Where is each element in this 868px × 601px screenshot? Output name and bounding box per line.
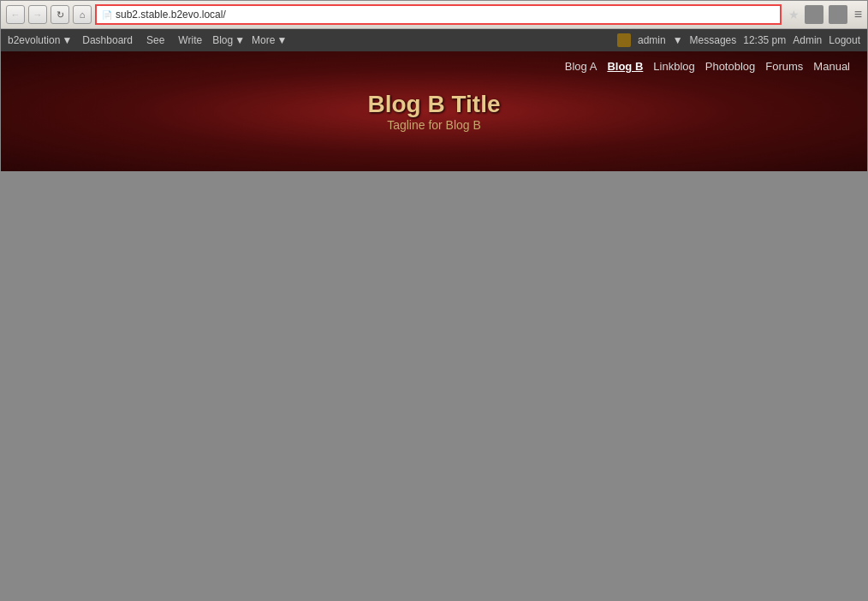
bookmark-star[interactable]: ★ — [788, 8, 800, 21]
blog-nav-top: Blog A Blog B Linkblog Photoblog Forums … — [565, 60, 850, 73]
blog-dropdown[interactable]: Blog ▼ — [212, 34, 245, 46]
ext-btn-1[interactable] — [805, 5, 823, 24]
browser-window-1: ← → ↻ ⌂ 📄 sub2.stable.b2evo.local/ ★ ≡ b… — [0, 0, 868, 172]
home-button[interactable]: ⌂ — [73, 5, 92, 24]
browser1-toolbar: ← → ↻ ⌂ 📄 sub2.stable.b2evo.local/ ★ ≡ — [1, 1, 867, 29]
admin-icon — [617, 33, 631, 47]
blog-nav-blogb[interactable]: Blog B — [607, 60, 643, 73]
forward-button[interactable]: → — [28, 5, 47, 24]
nav-see[interactable]: See — [143, 33, 168, 48]
admin-user[interactable]: admin — [638, 34, 666, 46]
more-dropdown[interactable]: More ▼ — [252, 34, 287, 46]
nav-dashboard[interactable]: Dashboard — [79, 33, 136, 48]
messages-link[interactable]: Messages — [690, 34, 737, 46]
admin-link[interactable]: Admin — [793, 34, 822, 46]
nav-right: admin ▼ Messages 12:35 pm Admin Logout — [617, 33, 860, 47]
logout-link[interactable]: Logout — [829, 34, 860, 46]
blog-banner: Blog A Blog B Linkblog Photoblog Forums … — [1, 51, 867, 171]
nav-write[interactable]: Write — [175, 33, 205, 48]
blog-tagline: Tagline for Blog B — [387, 118, 481, 132]
time-display: 12:35 pm — [743, 34, 786, 46]
blog-nav-bloga[interactable]: Blog A — [565, 60, 597, 73]
reload-button[interactable]: ↻ — [51, 5, 69, 24]
page-icon: 📄 — [102, 10, 112, 20]
address-text: sub2.stable.b2evo.local/ — [116, 9, 775, 21]
blog-title: Blog B Title — [367, 91, 500, 118]
address-bar[interactable]: 📄 sub2.stable.b2evo.local/ — [95, 4, 782, 25]
browser1-nav: b2evolution ▼ Dashboard See Write Blog ▼… — [1, 29, 867, 51]
ext-btn-2[interactable] — [829, 5, 847, 24]
brand-dropdown[interactable]: b2evolution ▼ — [8, 34, 72, 46]
blog-nav-manual[interactable]: Manual — [813, 60, 850, 73]
blog-nav-forums[interactable]: Forums — [765, 60, 803, 73]
blog-nav-photoblog[interactable]: Photoblog — [705, 60, 756, 73]
blog-nav-linkblog[interactable]: Linkblog — [653, 60, 694, 73]
back-button[interactable]: ← — [6, 5, 25, 24]
browser-menu[interactable]: ≡ — [854, 7, 862, 22]
